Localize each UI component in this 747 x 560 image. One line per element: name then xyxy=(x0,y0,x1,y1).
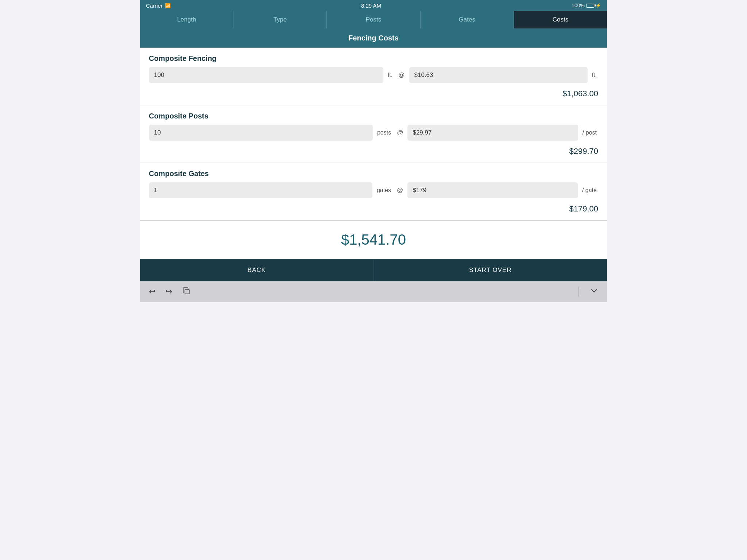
section-gates: Composite Gates 1 gates @ $179 / gate xyxy=(140,163,607,198)
section-posts: Composite Posts 10 posts @ $29.97 / post xyxy=(140,105,607,141)
posts-quantity: 10 xyxy=(149,125,373,141)
tab-posts[interactable]: Posts xyxy=(327,11,420,28)
posts-title: Composite Posts xyxy=(149,112,598,120)
tab-bar: Length Type Posts Gates Costs xyxy=(140,11,607,29)
battery-icon xyxy=(586,4,594,8)
posts-price: $29.97 xyxy=(407,125,578,141)
page-title: Fencing Costs xyxy=(140,29,607,48)
fencing-quantity: 100 xyxy=(149,67,383,83)
total-amount: $1,541.70 xyxy=(140,221,607,259)
bottom-buttons: BACK START OVER xyxy=(140,259,607,281)
battery-percent: 100% xyxy=(572,3,585,8)
main-content: Composite Fencing 100 ft. @ $10.63 ft. $… xyxy=(140,48,607,259)
status-time: 8:29 AM xyxy=(361,3,381,9)
fencing-price: $10.63 xyxy=(409,67,588,83)
fencing-title: Composite Fencing xyxy=(149,54,598,63)
status-bar: Carrier 📶 8:29 AM 100% ⚡ xyxy=(140,0,607,11)
carrier-label: Carrier xyxy=(146,3,163,9)
section-fencing: Composite Fencing 100 ft. @ $10.63 ft. xyxy=(140,48,607,83)
gates-subtotal: $179.00 xyxy=(140,202,607,220)
tab-gates[interactable]: Gates xyxy=(421,11,514,28)
back-button[interactable]: BACK xyxy=(140,259,374,281)
charging-icon: ⚡ xyxy=(596,3,601,8)
gates-price-unit: / gate xyxy=(581,187,598,194)
posts-price-unit: / post xyxy=(581,129,598,136)
gates-qty-unit: gates xyxy=(375,187,392,194)
status-right: 100% ⚡ xyxy=(572,3,601,8)
gates-price: $179 xyxy=(407,182,578,198)
gates-row: 1 gates @ $179 / gate xyxy=(149,182,598,198)
undo-button[interactable]: ↩ xyxy=(147,285,157,298)
posts-row: 10 posts @ $29.97 / post xyxy=(149,125,598,141)
posts-qty-unit: posts xyxy=(376,129,392,136)
copy-button[interactable] xyxy=(181,285,192,298)
chevron-down-button[interactable] xyxy=(589,285,600,298)
posts-at: @ xyxy=(395,129,405,136)
toolbar-vertical-divider xyxy=(578,287,578,297)
redo-button[interactable]: ↪ xyxy=(164,285,174,298)
fencing-row: 100 ft. @ $10.63 ft. xyxy=(149,67,598,83)
gates-title: Composite Gates xyxy=(149,170,598,178)
fencing-subtotal: $1,063.00 xyxy=(140,87,607,105)
gates-at: @ xyxy=(395,187,405,194)
tab-type[interactable]: Type xyxy=(233,11,327,28)
fencing-at: @ xyxy=(397,71,406,79)
fencing-qty-unit: ft. xyxy=(386,72,394,78)
status-left: Carrier 📶 xyxy=(146,3,171,9)
toolbar: ↩ ↪ xyxy=(140,281,607,302)
gates-quantity: 1 xyxy=(149,182,372,198)
svg-rect-0 xyxy=(185,289,189,294)
wifi-icon: 📶 xyxy=(165,3,171,8)
start-over-button[interactable]: START OVER xyxy=(374,259,607,281)
posts-subtotal: $299.70 xyxy=(140,144,607,163)
tab-length[interactable]: Length xyxy=(140,11,233,28)
tab-costs[interactable]: Costs xyxy=(514,11,607,28)
fencing-price-unit: ft. xyxy=(591,72,598,78)
